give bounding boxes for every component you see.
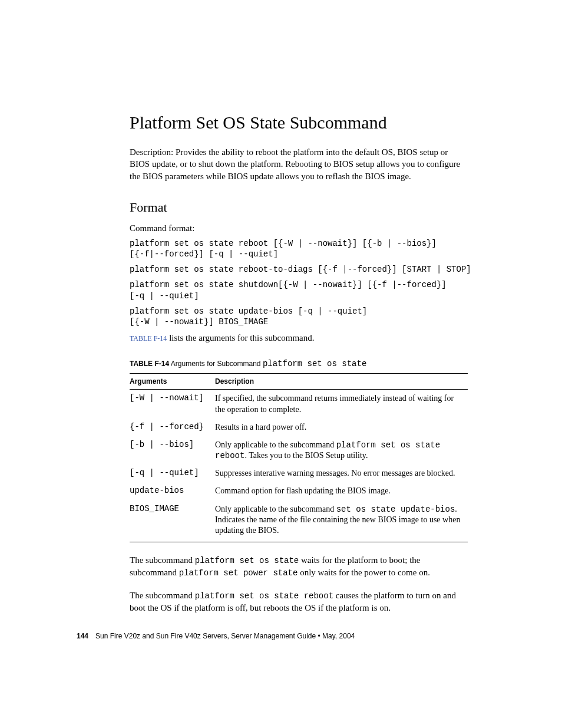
arg-cell: [-W | --nowait] xyxy=(130,390,215,419)
desc-pre: Results in a hard power off. xyxy=(215,423,306,431)
desc-cell: Only applicable to the subcommand set os… xyxy=(215,500,468,542)
note-paragraph-2: The subcommand platform set os state reb… xyxy=(130,589,468,614)
desc-cell: Results in a hard power off. xyxy=(215,419,468,436)
command-format-label: Command format: xyxy=(130,223,468,233)
code-line-3: platform set os state shutdown[{-W | --n… xyxy=(130,279,468,301)
table-caption-code: platform set os state xyxy=(263,359,366,368)
code-line-1: platform set os state reboot [{-W | --no… xyxy=(130,238,468,259)
p2-c1: platform set os state reboot xyxy=(195,591,333,601)
desc-cell: Command option for flash updating the BI… xyxy=(215,482,468,500)
table-row: update-bios Command option for flash upd… xyxy=(130,482,468,500)
desc-post: . Takes you to the BIOS Setup utility. xyxy=(244,451,368,460)
desc-pre: Suppresses interative warning messages. … xyxy=(215,469,455,477)
arg-cell: update-bios xyxy=(130,482,215,500)
code-line-4: platform set os state update-bios [-q | … xyxy=(130,306,468,327)
desc-mono: set os state update-bios xyxy=(336,505,455,514)
footer-text: Sun Fire V20z and Sun Fire V40z Servers,… xyxy=(95,632,355,640)
table-caption: TABLE F-14 Arguments for Subcommand plat… xyxy=(130,359,468,368)
desc-cell: If specified, the subcommand returns imm… xyxy=(215,390,468,419)
arg-cell: {-f | --forced} xyxy=(130,419,215,436)
p1-t1: The subcommand xyxy=(130,555,195,565)
table-row: {-f | --forced} Results in a hard power … xyxy=(130,419,468,436)
table-caption-lead: TABLE F-14 xyxy=(130,360,169,368)
desc-cell: Only applicable to the subcommand platfo… xyxy=(215,436,468,465)
page-number: 144 xyxy=(77,632,88,640)
desc-pre: Only applicable to the subcommand xyxy=(215,440,336,449)
p1-c1: platform set os state xyxy=(195,556,299,565)
arguments-table: Arguments Description [-W | --nowait] If… xyxy=(130,373,468,542)
desc-cell: Suppresses interative warning messages. … xyxy=(215,465,468,482)
table-header-arguments: Arguments xyxy=(130,374,215,390)
table-reference-sentence: TABLE F-14 lists the arguments for this … xyxy=(130,332,468,344)
section-heading: Platform Set OS State Subcommand xyxy=(130,112,468,133)
table-reference-rest: lists the arguments for this subcommand. xyxy=(167,333,314,342)
table-row: [-W | --nowait] If specified, the subcom… xyxy=(130,390,468,419)
desc-pre: Command option for flash updating the BI… xyxy=(215,486,391,495)
note-paragraph-1: The subcommand platform set os state wai… xyxy=(130,554,468,579)
table-header-row: Arguments Description xyxy=(130,374,468,390)
arg-cell: BIOS_IMAGE xyxy=(130,500,215,542)
page-content: Platform Set OS State Subcommand Descrip… xyxy=(0,0,562,614)
desc-pre: Only applicable to the subcommand xyxy=(215,505,336,513)
table-caption-mid: Arguments for Subcommand xyxy=(169,360,263,368)
table-row: [-q | --quiet] Suppresses interative war… xyxy=(130,465,468,482)
table-row: BIOS_IMAGE Only applicable to the subcom… xyxy=(130,500,468,542)
code-line-2: platform set os state reboot-to-diags [{… xyxy=(130,264,468,275)
desc-pre: If specified, the subcommand returns imm… xyxy=(215,394,454,413)
table-header-description: Description xyxy=(215,374,468,390)
arg-cell: [-q | --quiet] xyxy=(130,465,215,482)
description-paragraph: Description: Provides the ability to reb… xyxy=(130,146,468,182)
table-row: [-b | --bios] Only applicable to the sub… xyxy=(130,436,468,465)
arg-cell: [-b | --bios] xyxy=(130,436,215,465)
page-footer: 144Sun Fire V20z and Sun Fire V40z Serve… xyxy=(77,632,355,640)
p1-t3: only waits for the power to come on. xyxy=(297,568,430,577)
p1-c2: platform set power state xyxy=(179,568,298,578)
p2-t1: The subcommand xyxy=(130,591,195,600)
table-reference-link[interactable]: TABLE F-14 xyxy=(130,334,167,342)
format-heading: Format xyxy=(130,200,468,215)
